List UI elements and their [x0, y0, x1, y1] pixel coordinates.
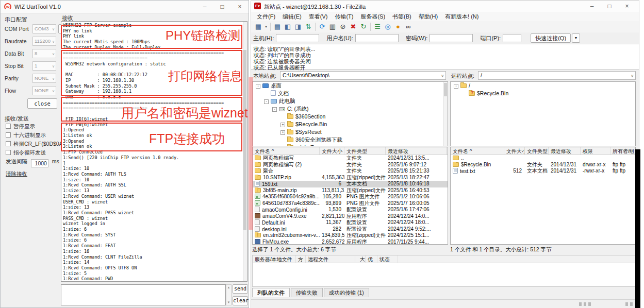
file-row[interactable]: 聚合文件夹2025/1/8 15:21:33	[253, 168, 448, 175]
queue-column-size[interactable]: 大小	[355, 255, 366, 263]
menu-help[interactable]: 帮助(H)	[415, 13, 441, 21]
tree-item-c-drive[interactable]: -C: (系统)	[253, 105, 448, 113]
scrollbar-thumb[interactable]	[444, 83, 447, 96]
file-row[interactable]: 网页教程编写 (2)文件夹2025/1/6 9:07:12	[253, 162, 448, 168]
tree-expander[interactable]: -	[256, 84, 260, 89]
column-header-type[interactable]: 文件类型	[344, 147, 386, 155]
menu-server[interactable]: 服务器(S)	[357, 13, 389, 21]
com-port-select[interactable]: COM3∨	[32, 24, 56, 33]
uarttool-titlebar[interactable]: w WIZ UartTool V1.0 – □ ×	[1, 1, 249, 13]
column-header-modified[interactable]: 最近修改	[386, 147, 447, 155]
tree-expander[interactable]: +	[280, 130, 285, 135]
queue-column-status[interactable]: 状态	[377, 255, 398, 263]
scrollbar-thumb[interactable]	[243, 50, 246, 230]
file-row[interactable]: 3bf85-main.zip113,811,3...压缩(zipped)文件夹2…	[253, 187, 448, 194]
hex-display-checkbox[interactable]: 十六进制显示	[6, 132, 46, 139]
loop-send-checkbox[interactable]: 指令循环发送	[6, 149, 46, 157]
column-header-size[interactable]: 文件大小	[504, 147, 525, 155]
tab-failed-transfers[interactable]: 传输失败	[291, 288, 323, 297]
column-header-type[interactable]: 文件类型	[525, 147, 549, 155]
toggle-local-tree-icon[interactable]: ◧	[283, 22, 293, 31]
maximize-button[interactable]: □	[213, 1, 231, 13]
pause-display-checkbox[interactable]: 暂停显示	[6, 123, 35, 130]
send-input[interactable]	[61, 284, 226, 305]
local-site-combo[interactable]: C:\Users\f\Desktop\∨	[280, 71, 446, 80]
queue-body[interactable]	[252, 263, 636, 287]
column-header-name[interactable]: 文件名 ^	[451, 147, 504, 155]
tree-item-documents[interactable]: 文档	[253, 90, 448, 97]
tab-successful-transfers[interactable]: 成功的传输 (1)	[324, 288, 369, 297]
column-header-modified[interactable]: 最近修改	[549, 147, 581, 155]
send-scroll-spinner[interactable]: ▲ ▼	[226, 284, 232, 305]
minimize-button[interactable]: –	[583, 1, 601, 12]
file-row[interactable]: FlyMcu.exe2,652,672应用程序2017/11/25 9:44..…	[253, 239, 448, 245]
queue-column-remote[interactable]: 远程文件	[306, 255, 355, 263]
tree-item-folder[interactable]: 360安全浏览器下载	[253, 136, 448, 144]
stopbit-select[interactable]: 1∨	[32, 61, 56, 71]
tree-item-folder[interactable]: $360Section	[253, 113, 448, 121]
tree-item-recycle-bin[interactable]: $Recycle.Bin	[451, 90, 635, 97]
disconnect-icon[interactable]: ✖	[348, 22, 358, 31]
scroll-down-icon[interactable]: ▼	[226, 301, 231, 304]
username-input[interactable]	[355, 34, 399, 42]
toggle-message-log-icon[interactable]: ▤	[272, 22, 283, 31]
tree-item-folder[interactable]: adobeTemp	[253, 144, 448, 146]
refresh-icon[interactable]: ⟳	[317, 22, 327, 31]
synchronized-browsing-icon[interactable]: ●	[393, 22, 403, 31]
file-row[interactable]: 10.SNTP.zip4,155,363压缩(zipped)文件夹2025/1/…	[253, 175, 448, 181]
tree-item-folder[interactable]: +$Recycle.Bin	[253, 121, 448, 128]
close-button[interactable]: ×	[231, 1, 249, 13]
host-input[interactable]	[276, 34, 319, 42]
serial-close-button[interactable]: close	[27, 98, 57, 109]
toggle-queue-icon[interactable]: ⇅	[303, 22, 313, 31]
toggle-remote-tree-icon[interactable]: ◨	[293, 22, 303, 31]
file-row[interactable]: Default.ini11,367配置设置2024/12/24 18:0...	[253, 219, 448, 226]
menu-view[interactable]: 查看(V)	[305, 13, 332, 21]
parity-select[interactable]: NONE∨	[32, 74, 56, 83]
baudrate-select[interactable]: 115200∨	[32, 37, 56, 46]
tree-expander[interactable]: -	[272, 107, 277, 112]
file-row-selected[interactable]: 159.txt6文本文档2025/1/8 10:46:18	[253, 181, 448, 187]
remote-tree-pane[interactable]: -/ $Recycle.Bin	[450, 81, 636, 146]
file-row[interactable]: en.stm32cubemx-win-v...134,839,5...压缩(zi…	[253, 232, 448, 239]
local-tree-scrollbar[interactable]	[443, 82, 448, 146]
port-input[interactable]	[503, 34, 521, 42]
clear-button[interactable]: clear	[233, 296, 248, 305]
scroll-up-icon[interactable]: ▲	[226, 286, 231, 289]
menu-new-version[interactable]: 有新版本! (N)	[441, 13, 482, 21]
site-manager-icon[interactable]: ▦	[253, 22, 263, 31]
menu-transfer[interactable]: 传输(T)	[331, 13, 357, 21]
queue-column-direction[interactable]: 方向	[296, 255, 306, 263]
column-header-size[interactable]: 文件大小	[320, 147, 344, 155]
remote-file-list[interactable]: 文件名 ^ 文件大小 文件类型 最近修改 权限 所有者/组 .. $Recycl…	[450, 147, 636, 245]
tree-item-this-pc[interactable]: -此电脑	[253, 97, 448, 105]
file-row[interactable]: $Recycle.Bin文件夹2014/12/31drwxr-xr-xftp f…	[451, 162, 635, 168]
local-file-list[interactable]: 文件名 ^ 文件大小 文件类型 最近修改 网页教程编写文件夹2024/12/31…	[252, 147, 448, 245]
cancel-icon[interactable]: ⊘	[338, 22, 348, 31]
crlf-detect-checkbox[interactable]: 检测CR_LF($0D$0A)	[6, 141, 64, 148]
file-row[interactable]: desktop.ini282配置设置2024/12/24 9:52:...	[253, 226, 448, 233]
site-manager-dropdown-icon[interactable]: ▾	[263, 22, 269, 31]
terminal-scrollbar[interactable]	[243, 22, 247, 281]
search-binoculars-icon[interactable]: ∞	[403, 22, 414, 31]
file-row-parent[interactable]: ..	[451, 155, 635, 162]
password-input[interactable]	[430, 34, 473, 42]
tree-expander[interactable]: -	[264, 99, 269, 104]
menu-file[interactable]: 文件(F)	[253, 13, 279, 21]
clear-receive-link[interactable]: 清除接收	[6, 170, 27, 178]
column-header-permissions[interactable]: 权限	[581, 147, 610, 155]
file-row[interactable]: amaoComV4.9.exe2,821,120应用程序2024/12/24 1…	[253, 213, 448, 220]
close-button[interactable]: ×	[618, 1, 636, 12]
minimize-button[interactable]: –	[196, 1, 213, 13]
tree-item-desktop[interactable]: -桌面	[253, 82, 448, 90]
directory-compare-icon[interactable]: ☰	[372, 22, 383, 31]
receive-terminal[interactable]: W55MH32 FTP Server example PHY no link P…	[61, 21, 247, 282]
reconnect-icon[interactable]: ↻	[358, 22, 369, 31]
file-row[interactable]: test.txt512文本文档2014/12/31-rwxr-xr-xftp f…	[451, 168, 635, 175]
tab-queued-files[interactable]: 列队的文件	[252, 288, 290, 297]
tree-item-folder[interactable]: +$SysReset	[253, 128, 448, 136]
tree-expander[interactable]: -	[454, 84, 458, 89]
file-row[interactable]: amaoComConfig.ini1,530配置设置2025/1/6 17:47…	[253, 207, 448, 213]
queue-column-file[interactable]: 服务器/本地文件	[253, 255, 296, 263]
process-queue-icon[interactable]: ▥	[327, 22, 338, 31]
